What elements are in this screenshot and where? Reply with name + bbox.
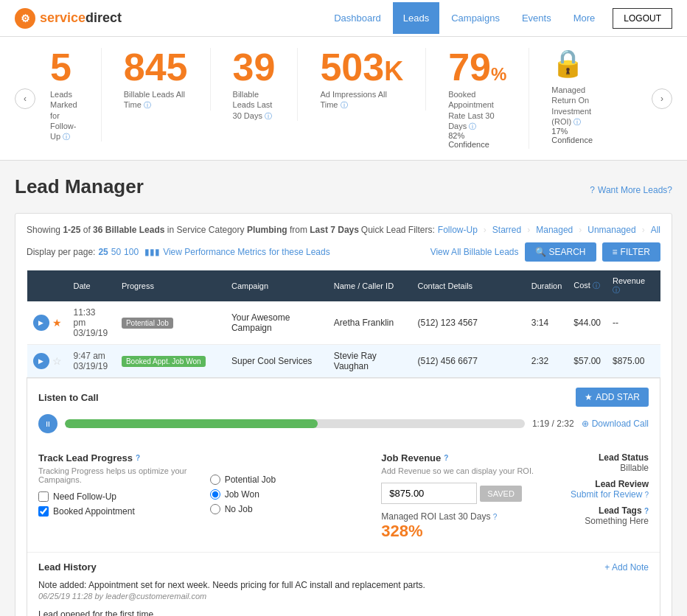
row1-play-button[interactable]: ▶ [33, 315, 49, 331]
view-all-billable-link[interactable]: View All Billable Leads [430, 247, 519, 257]
row1-controls: ▶ ★ [27, 301, 68, 345]
pause-button[interactable]: ⏸ [38, 414, 57, 433]
want-more-leads-link[interactable]: ? Want More Leads? [590, 185, 672, 195]
history-entry-2: Lead opened for the first time. 06/25/19… [38, 609, 649, 616]
expanded-detail-cell: Listen to Call ★ ADD STAR ⏸ [27, 378, 660, 616]
radio-job-won-input[interactable] [210, 489, 220, 500]
radio-potential[interactable]: Potential Job [210, 475, 367, 485]
row2-campaign: Super Cool Services [226, 345, 328, 378]
panel-subheader: Display per page: 25 50 100 ▮▮▮ View Per… [27, 242, 660, 262]
cost-info-icon[interactable]: ⓘ [593, 281, 600, 290]
row2-play-button[interactable]: ▶ [33, 353, 49, 369]
row1-star-button[interactable]: ★ [52, 317, 62, 329]
stat-roi-label: Managed Return On Investment (ROI) ⓘ [551, 85, 593, 127]
search-button[interactable]: 🔍 SEARCH [525, 242, 596, 262]
lead-review-info-icon[interactable]: ? [644, 491, 649, 499]
lead-tags-info-icon[interactable]: ? [644, 507, 649, 515]
stat-followup-number: 5 [50, 48, 79, 86]
lead-tags-label: Lead Tags ? [553, 505, 649, 516]
lead-status-col: Lead Status Billable Lead Review Submit … [553, 452, 649, 541]
row2-revenue: $875.00 [607, 345, 660, 378]
stat-billable-alltime: 845 Billable Leads All Time ⓘ [124, 48, 211, 111]
radio-job-won[interactable]: Job Won [210, 489, 367, 500]
logo-icon: ⚙ [15, 8, 35, 29]
row2-progress: Booked Appt. Job Won [116, 345, 226, 378]
display-per-page: Display per page: 25 50 100 [27, 247, 139, 257]
row1-name: Aretha Franklin [328, 301, 412, 345]
checkbox-followup[interactable]: Need Follow-Up [38, 491, 195, 502]
checkbox-booked[interactable]: Booked Appointment [38, 506, 195, 517]
history-header: Lead History + Add Note [38, 561, 649, 573]
col-contact: Contact Details [412, 270, 526, 301]
checkbox-booked-input[interactable] [38, 506, 49, 517]
logo-service: service [40, 10, 86, 25]
radio-no-job-input[interactable] [210, 504, 220, 514]
logout-button[interactable]: LOGOUT [613, 8, 672, 29]
listen-header: Listen to Call ★ ADD STAR [38, 388, 649, 407]
nav-dashboard[interactable]: Dashboard [324, 2, 391, 34]
view-performance-link[interactable]: ▮▮▮ View Performance Metrics for these L… [144, 247, 330, 257]
stat-roi-info-icon[interactable]: ⓘ [573, 118, 581, 126]
question-icon: ? [590, 185, 595, 195]
radio-potential-input[interactable] [210, 475, 220, 485]
quick-filters: Quick Lead Filters: Follow-Up › Starred … [361, 225, 660, 235]
revenue-subtitle: Add Revenue so we can display your ROI. [381, 466, 538, 475]
page-50[interactable]: 50 [111, 247, 121, 257]
bar-chart-icon: ▮▮▮ [144, 247, 160, 257]
stats-prev-arrow[interactable]: ‹ [15, 88, 35, 109]
nav-campaigns[interactable]: Campaigns [441, 2, 510, 34]
page-100[interactable]: 100 [124, 247, 139, 257]
audio-progress-bar[interactable] [65, 419, 525, 428]
audio-player: ⏸ 1:19 / 2:32 ⊕ Download Call [38, 414, 649, 433]
stat-billable-30days-info-icon[interactable]: ⓘ [265, 112, 272, 120]
filter-starred[interactable]: Starred [492, 225, 521, 235]
filter-all[interactable]: All [651, 225, 660, 235]
row2-star-button[interactable]: ☆ [52, 355, 62, 367]
submit-for-review-link[interactable]: Submit for Review [571, 489, 642, 500]
lead-status-value: Billable [553, 463, 649, 473]
panel-header: Showing 1-25 of 36 Billable Leads in Ser… [27, 225, 660, 235]
stats-next-arrow[interactable]: › [652, 88, 672, 109]
stat-impressions-label: Ad Impressions All Time ⓘ [320, 89, 403, 111]
checkbox-followup-input[interactable] [38, 491, 49, 502]
stat-booked-info-icon[interactable]: ⓘ [469, 122, 476, 130]
filter-button[interactable]: ≡ FILTER [602, 242, 660, 262]
lead-history-section: Lead History + Add Note Note added: Appo… [27, 552, 660, 616]
row2-controls: ▶ ☆ [27, 345, 68, 378]
revenue-input[interactable] [381, 483, 477, 504]
page-25[interactable]: 25 [98, 247, 108, 257]
add-note-button[interactable]: + Add Note [604, 562, 649, 573]
nav-more[interactable]: More [563, 2, 606, 34]
radio-no-job[interactable]: No Job [210, 504, 367, 514]
revenue-col-info-icon[interactable]: ? [444, 454, 448, 462]
saved-button[interactable]: SAVED [480, 486, 521, 502]
filter-unmanaged[interactable]: Unmanaged [587, 225, 635, 235]
stat-impressions-info-icon[interactable]: ⓘ [341, 101, 348, 109]
stat-roi-confidence: 17% Confidence [551, 127, 593, 144]
logo-text: servicedirect [40, 10, 122, 26]
download-call-link[interactable]: ⊕ Download Call [582, 419, 649, 429]
filter-managed[interactable]: Managed [536, 225, 573, 235]
revenue-info-icon[interactable]: ⓘ [613, 286, 620, 294]
listen-title: Listen to Call [38, 392, 99, 403]
filter-followup[interactable]: Follow-Up [438, 225, 478, 235]
history-note-2: Lead opened for the first time. [38, 609, 649, 616]
download-icon: ⊕ [582, 419, 589, 429]
stat-billable-alltime-info-icon[interactable]: ⓘ [144, 101, 151, 109]
add-star-button[interactable]: ★ ADD STAR [576, 388, 649, 407]
history-title: Lead History [38, 561, 97, 573]
stat-billable-alltime-number: 845 [124, 48, 188, 86]
col-revenue: Revenue ⓘ [607, 270, 660, 301]
track-progress-info-icon[interactable]: ? [136, 454, 140, 462]
managed-roi-value: 328% [381, 522, 422, 540]
track-progress-title: Track Lead Progress ? [38, 452, 195, 463]
col-progress: Progress [116, 270, 226, 301]
table-body: ▶ ★ 11:33 pm 03/19/19 Potential Job Your… [27, 301, 660, 616]
managed-roi-info-icon[interactable]: ? [493, 513, 498, 521]
track-progress-col: Track Lead Progress ? Tracking Progress … [38, 452, 195, 541]
stat-followup-info-icon[interactable]: ⓘ [63, 133, 70, 141]
nav-events[interactable]: Events [512, 2, 562, 34]
row1-cost: $44.00 [568, 301, 607, 345]
nav-leads[interactable]: Leads [393, 2, 439, 34]
main-content: Lead Manager ? Want More Leads? Showing … [0, 161, 687, 616]
